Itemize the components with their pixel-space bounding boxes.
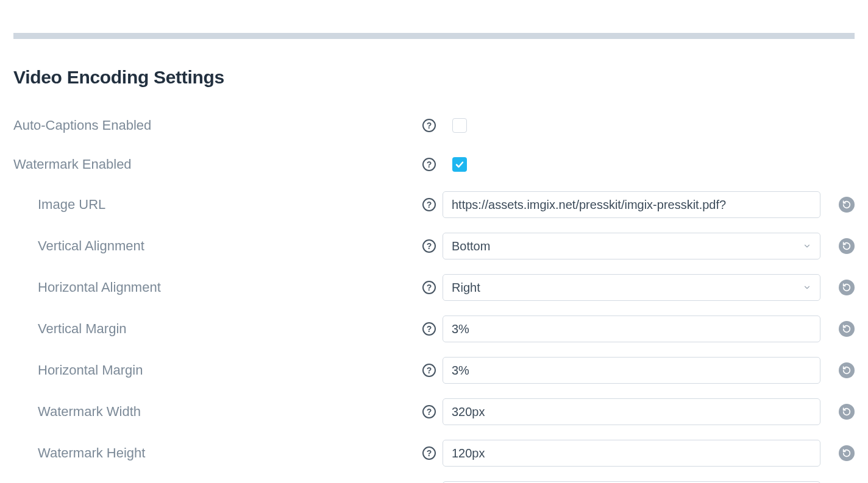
control-col xyxy=(443,316,825,342)
control-col xyxy=(443,357,825,384)
label-auto-captions: Auto-Captions Enabled xyxy=(13,118,416,133)
help-col: ? xyxy=(416,364,443,377)
auto-captions-checkbox[interactable] xyxy=(452,118,467,133)
watermark-width-input[interactable] xyxy=(443,398,820,425)
label-vertical-alignment: Vertical Alignment xyxy=(13,238,416,254)
reset-col xyxy=(825,404,855,420)
chevron-down-icon xyxy=(803,283,811,292)
watermark-height-input[interactable] xyxy=(443,440,820,467)
reset-col xyxy=(825,321,855,337)
control-col xyxy=(443,118,825,133)
reset-col xyxy=(825,362,855,378)
help-col: ? xyxy=(416,239,443,253)
reset-col xyxy=(825,197,855,213)
horizontal-alignment-select[interactable]: Right xyxy=(443,274,820,301)
reset-icon[interactable] xyxy=(839,238,855,254)
help-icon[interactable]: ? xyxy=(422,281,436,294)
help-icon[interactable]: ? xyxy=(422,198,436,211)
reset-col xyxy=(825,280,855,295)
row-auto-captions: Auto-Captions Enabled ? xyxy=(13,113,855,138)
help-icon[interactable]: ? xyxy=(422,405,436,418)
help-col: ? xyxy=(416,281,443,294)
control-col xyxy=(443,440,825,467)
help-col: ? xyxy=(416,322,443,336)
vertical-margin-input[interactable] xyxy=(443,316,820,342)
label-image-url: Image URL xyxy=(13,197,416,213)
help-col: ? xyxy=(416,405,443,418)
label-watermark-height: Watermark Height xyxy=(13,445,416,461)
help-col: ? xyxy=(416,446,443,460)
row-horizontal-margin: Horizontal Margin ? xyxy=(13,357,855,384)
row-vertical-margin: Vertical Margin ? xyxy=(13,316,855,342)
row-image-url: Image URL ? xyxy=(13,191,855,218)
help-icon[interactable]: ? xyxy=(422,364,436,377)
control-col xyxy=(443,157,825,172)
reset-icon[interactable] xyxy=(839,445,855,461)
label-vertical-margin: Vertical Margin xyxy=(13,321,416,337)
watermark-enabled-checkbox[interactable] xyxy=(452,157,467,172)
label-horizontal-margin: Horizontal Margin xyxy=(13,362,416,378)
reset-icon[interactable] xyxy=(839,280,855,295)
reset-icon[interactable] xyxy=(839,321,855,337)
check-icon xyxy=(455,160,464,169)
reset-col xyxy=(825,238,855,254)
select-value: Bottom xyxy=(452,239,490,253)
image-url-input[interactable] xyxy=(443,191,820,218)
chevron-down-icon xyxy=(803,242,811,250)
help-icon[interactable]: ? xyxy=(422,239,436,253)
reset-col xyxy=(825,445,855,461)
label-watermark-enabled: Watermark Enabled xyxy=(13,157,416,172)
reset-icon[interactable] xyxy=(839,362,855,378)
row-watermark-width: Watermark Width ? xyxy=(13,398,855,425)
control-col xyxy=(443,398,825,425)
label-horizontal-alignment: Horizontal Alignment xyxy=(13,280,416,295)
help-icon[interactable]: ? xyxy=(422,446,436,460)
control-col: Bottom xyxy=(443,233,825,259)
label-watermark-width: Watermark Width xyxy=(13,404,416,420)
row-watermark-enabled: Watermark Enabled ? xyxy=(13,152,855,177)
help-icon[interactable]: ? xyxy=(422,322,436,336)
row-vertical-alignment: Vertical Alignment ? Bottom xyxy=(13,233,855,259)
select-value: Right xyxy=(452,281,480,295)
settings-rows: Auto-Captions Enabled ? Watermark Enable… xyxy=(13,113,855,483)
horizontal-margin-input[interactable] xyxy=(443,357,820,384)
control-col xyxy=(443,191,825,218)
reset-icon[interactable] xyxy=(839,404,855,420)
reset-icon[interactable] xyxy=(839,197,855,213)
control-col: Right xyxy=(443,274,825,301)
help-icon[interactable]: ? xyxy=(422,119,436,132)
help-col: ? xyxy=(416,119,443,132)
help-col: ? xyxy=(416,158,443,171)
section-divider xyxy=(13,33,855,39)
vertical-alignment-select[interactable]: Bottom xyxy=(443,233,820,259)
row-watermark-height: Watermark Height ? xyxy=(13,440,855,467)
help-icon[interactable]: ? xyxy=(422,158,436,171)
row-horizontal-alignment: Horizontal Alignment ? Right xyxy=(13,274,855,301)
section-title: Video Encoding Settings xyxy=(13,67,855,88)
help-col: ? xyxy=(416,198,443,211)
